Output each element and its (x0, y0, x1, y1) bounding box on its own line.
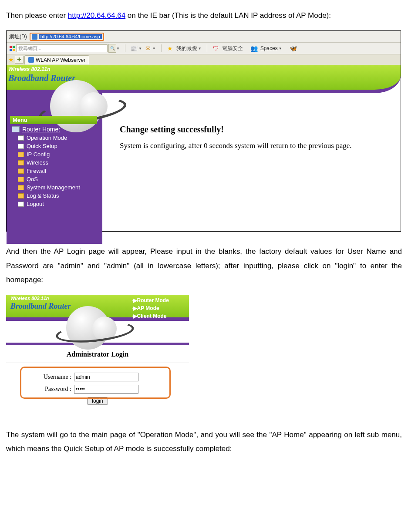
menu-item-label: Wireless (27, 159, 48, 166)
login-form: Username : Password : login (6, 363, 189, 408)
tab-title: WLAN AP Webserver (36, 57, 85, 63)
wireless-label: Wireless 802.11n (8, 66, 51, 72)
menu-item-label: QoS (27, 176, 38, 182)
svg-rect-3 (13, 49, 15, 51)
search-go-button[interactable]: 🔍 (108, 44, 116, 53)
svg-rect-2 (10, 49, 12, 51)
credentials-highlight-box (20, 367, 171, 399)
address-label: 網址(D) (7, 33, 30, 40)
msn-icon[interactable]: 🦋 (289, 44, 298, 53)
menu-item-label: Operation Mode (27, 135, 67, 141)
file-icon (18, 202, 24, 207)
ie-toolbar-row: 搜尋網頁... 🔍 ▼ 📰 ▼ ✉ ▼ ★ 我的最愛 ▼ 🛡 電腦安全 👥 Sp… (7, 43, 401, 54)
ie-address-row: 網址(D) http://20.64.64.64/home.asp (7, 31, 401, 43)
dropdown-icon[interactable]: ▼ (198, 47, 202, 51)
divider (6, 413, 189, 413)
folder-icon (18, 160, 24, 165)
menu-item-operation-mode[interactable]: Operation Mode (10, 134, 97, 142)
menu-item-log-status[interactable]: Log & Status (10, 192, 97, 200)
menu-item-system-management[interactable]: System Management (10, 183, 97, 192)
login-banner: Wireless 802.11n Broadband Router Router… (6, 295, 189, 345)
mail-icon[interactable]: ✉ (144, 44, 152, 53)
ip-url-link[interactable]: http://20.64.64.64 (68, 11, 125, 20)
menu-item-firewall[interactable]: Firewall (10, 167, 97, 175)
mode-ap[interactable]: AP Mode (132, 304, 169, 312)
folder-icon (18, 177, 24, 182)
search-provider-icon[interactable] (9, 45, 15, 51)
username-row: Username : (33, 373, 189, 381)
intro-text-after: on the IE bar (This is the default LAN I… (128, 11, 331, 20)
menu-item-label: Quick Setup (27, 143, 57, 149)
browser-tab[interactable]: WLAN AP Webserver (24, 55, 89, 64)
logo-graphic (58, 304, 132, 343)
favorites-star-icon[interactable]: ★ (8, 56, 14, 63)
favorites-label[interactable]: 我的最愛 (176, 45, 197, 52)
menu-item-logout[interactable]: Logout (10, 200, 97, 208)
search-input[interactable]: 搜尋網頁... (16, 44, 108, 52)
mode-client[interactable]: Client Mode (132, 312, 169, 320)
dropdown-icon[interactable]: ▼ (279, 47, 282, 51)
search-dropdown-icon[interactable]: ▼ (116, 47, 120, 51)
menu-root-label: Router Home: (22, 126, 60, 133)
spaces-icon[interactable]: 👥 (250, 44, 259, 53)
final-paragraph: The system will go to the main page of "… (6, 428, 402, 456)
file-icon (18, 135, 24, 141)
menu-item-label: System Management (27, 184, 80, 191)
menu-item-label: Logout (27, 201, 44, 207)
menu-header: Menu (10, 116, 97, 124)
svg-rect-0 (10, 46, 12, 48)
ie-tab-row: ★ ✚ WLAN AP Webserver (7, 54, 401, 65)
password-row: Password : (33, 385, 189, 394)
dropdown-icon[interactable]: ▼ (138, 47, 142, 51)
wireless-label: Wireless 802.11n (10, 296, 49, 301)
toolbar-separator (161, 44, 162, 52)
intro-paragraph: Then please enter http://20.64.64.64 on … (6, 9, 402, 23)
toolbar-separator (125, 44, 125, 52)
login-heading: Administrator Login (6, 345, 189, 363)
menu-item-qos[interactable]: QoS (10, 175, 97, 183)
success-heading: Change setting successfully! (120, 125, 396, 135)
username-label: Username : (33, 374, 71, 380)
add-tab-button[interactable]: ✚ (15, 56, 24, 64)
menu-item-quick-setup[interactable]: Quick Setup (10, 142, 97, 150)
password-label: Password : (33, 386, 71, 393)
mode-list: Router Mode AP Mode Client Mode (132, 296, 169, 320)
screenshot-login: Wireless 802.11n Broadband Router Router… (6, 295, 189, 413)
menu-item-label: Log & Status (27, 192, 59, 199)
news-icon[interactable]: 📰 (130, 44, 138, 53)
intro-text-before: Then please enter (6, 11, 68, 20)
star-icon[interactable]: ★ (166, 44, 175, 53)
security-label[interactable]: 電腦安全 (222, 45, 243, 52)
address-bar[interactable]: http://20.64.64.64/home.asp (39, 34, 102, 39)
menu-root[interactable]: Router Home: (10, 124, 97, 134)
success-body: System is configuring, after 0 seconds s… (120, 141, 396, 150)
mode-router[interactable]: Router Mode (132, 296, 169, 304)
page-icon (32, 34, 37, 40)
folder-icon (18, 168, 24, 174)
content-area: Change setting successfully! System is c… (120, 125, 396, 150)
shield-icon[interactable]: 🛡 (212, 44, 220, 53)
router-banner: Wireless 802.11n Broadband Router (7, 65, 401, 122)
dropdown-icon[interactable]: ▼ (152, 47, 156, 51)
username-input[interactable] (74, 373, 138, 381)
toolbar-separator (207, 44, 207, 52)
folder-icon (18, 193, 24, 199)
address-highlight-box: http://20.64.64.64/home.asp (30, 33, 104, 41)
folder-icon (18, 185, 24, 190)
router-main: Menu Router Home: Operation Mode Quick S… (7, 116, 401, 231)
computer-icon (12, 126, 20, 132)
password-input[interactable] (74, 385, 138, 394)
spaces-label[interactable]: Spaces (260, 45, 278, 51)
file-icon (18, 144, 24, 149)
menu-item-wireless[interactable]: Wireless (10, 158, 97, 167)
folder-icon (18, 152, 24, 157)
svg-rect-1 (13, 46, 15, 48)
menu-item-label: IP Config (27, 151, 50, 158)
tab-page-icon (28, 57, 34, 63)
mid-paragraph: And then the AP Login page will appear, … (6, 245, 402, 287)
menu-item-ip-config[interactable]: IP Config (10, 150, 97, 158)
menu-header-label: Menu (13, 117, 27, 123)
menu-item-label: Firewall (27, 168, 46, 174)
sidebar-menu: Menu Router Home: Operation Mode Quick S… (10, 116, 97, 208)
screenshot-router-config: 網址(D) http://20.64.64.64/home.asp 搜尋網頁..… (6, 30, 401, 232)
